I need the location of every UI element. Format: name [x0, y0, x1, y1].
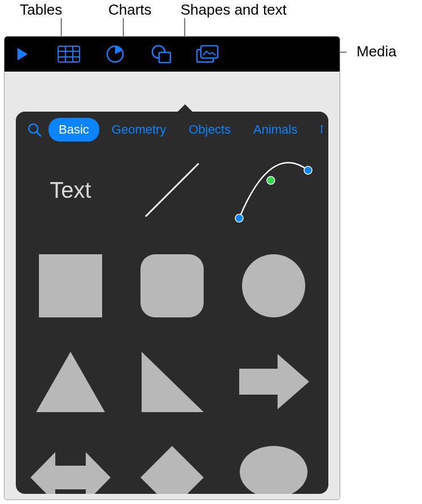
svg-point-18 [240, 446, 307, 494]
svg-line-11 [146, 163, 199, 216]
svg-point-12 [235, 214, 243, 222]
svg-rect-8 [201, 46, 218, 58]
svg-point-14 [304, 166, 312, 174]
play-button[interactable] [10, 42, 35, 67]
text-shape-label: Text [50, 178, 91, 203]
app-frame: Basic Geometry Objects Animals Na Text [4, 36, 340, 500]
callout-shapes: Shapes and text [181, 1, 287, 19]
shapes-grid: Text [17, 148, 327, 494]
tab-nature[interactable]: Na [310, 118, 323, 142]
svg-rect-15 [39, 254, 102, 317]
shape-triangle[interactable] [27, 345, 114, 418]
tab-geometry[interactable]: Geometry [102, 118, 177, 142]
tab-objects[interactable]: Objects [178, 118, 241, 142]
callout-charts: Charts [108, 1, 152, 19]
shape-circle[interactable] [230, 249, 317, 322]
svg-point-13 [267, 176, 275, 184]
shapes-button[interactable] [149, 42, 174, 67]
popover-arrow [177, 104, 193, 112]
tables-button[interactable] [56, 42, 81, 67]
shape-text[interactable]: Text [27, 153, 114, 227]
shape-double-arrow[interactable] [27, 441, 114, 494]
callout-tables: Tables [20, 1, 62, 19]
callout-line [61, 18, 61, 36]
shape-curve[interactable] [230, 153, 317, 227]
callout-media: Media [357, 43, 397, 60]
callout-line [184, 18, 185, 36]
svg-point-17 [242, 254, 305, 317]
shape-rounded-square[interactable] [129, 249, 216, 322]
popover-header: Basic Geometry Objects Animals Na [17, 112, 327, 148]
search-icon [27, 122, 42, 137]
svg-rect-7 [159, 52, 170, 63]
tab-animals[interactable]: Animals [243, 118, 307, 142]
charts-button[interactable] [103, 42, 128, 67]
shapes-popover: Basic Geometry Objects Animals Na Text [16, 112, 328, 494]
shape-right-triangle[interactable] [129, 345, 216, 418]
shape-speech-bubble[interactable] [230, 441, 317, 494]
tab-basic[interactable]: Basic [49, 118, 99, 142]
svg-rect-16 [140, 254, 204, 317]
category-tabs: Basic Geometry Objects Animals Na [49, 118, 323, 142]
search-button[interactable] [25, 120, 44, 139]
media-button[interactable] [195, 42, 220, 67]
shape-arrow-right[interactable] [230, 345, 317, 418]
callout-line [123, 18, 124, 36]
shape-square[interactable] [27, 249, 114, 322]
svg-rect-0 [58, 46, 80, 62]
shape-line[interactable] [129, 153, 216, 227]
svg-line-10 [37, 132, 41, 136]
toolbar [5, 37, 340, 72]
shape-diamond[interactable] [129, 441, 216, 494]
